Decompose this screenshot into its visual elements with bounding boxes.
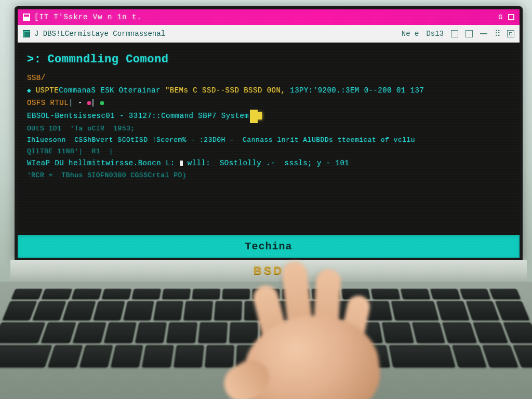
term-line-5: OUtS 1D1 'Ta oCIR 1953; <box>27 123 510 135</box>
term-line-1: SSB/ <box>27 72 510 85</box>
key <box>192 289 220 299</box>
laptop-photo: [IT T'Sskre Vw n 1n t. G J DBS!LCermista… <box>0 0 532 399</box>
key <box>42 289 72 299</box>
key <box>102 289 131 299</box>
key-backspace <box>391 301 439 321</box>
key <box>443 322 477 342</box>
key <box>183 301 212 321</box>
key <box>260 322 289 342</box>
key <box>328 345 358 367</box>
key <box>93 301 125 321</box>
key <box>111 345 143 367</box>
term-line-4: EBSOL-Bentsissesc01 - 33127::Command SBP… <box>27 110 510 123</box>
key <box>503 322 532 342</box>
toolbar-dots-icon[interactable]: ⠿ <box>495 29 500 39</box>
key <box>332 301 362 321</box>
keyboard-row-1 <box>2 301 529 321</box>
titlebar-glyph-a: G <box>498 14 503 21</box>
key <box>466 301 499 321</box>
maximize-icon[interactable] <box>507 30 514 37</box>
key <box>33 301 66 321</box>
keyboard <box>0 289 532 367</box>
key <box>104 322 137 342</box>
key <box>401 289 430 299</box>
window-toolbar: J DBS!LCermistaye Cormnassenal Ne e Ds13… <box>18 25 520 43</box>
terminal-cursor <box>258 112 262 119</box>
key <box>229 322 258 342</box>
screen-bezel: [IT T'Sskre Vw n 1n t. G J DBS!LCermista… <box>15 6 523 261</box>
key <box>142 345 174 367</box>
key <box>174 345 204 367</box>
key <box>291 322 320 342</box>
key <box>274 301 301 321</box>
keyboard-row-3 <box>0 345 532 367</box>
status-bar-label: Techina <box>245 241 292 252</box>
key <box>341 289 370 299</box>
laptop-hinge: BSD <box>10 260 527 282</box>
key <box>48 345 83 367</box>
terminal-screen: [IT T'Sskre Vw n 1n t. G J DBS!LCermista… <box>18 9 520 258</box>
terminal-body[interactable]: >: Commndling Comond SSB/ ◆ USPTECommana… <box>18 43 520 235</box>
key <box>460 289 490 299</box>
key <box>452 345 487 367</box>
key <box>430 289 460 299</box>
key <box>298 345 327 367</box>
minimize-icon[interactable] <box>480 33 487 34</box>
laptop-brand-logo: BSD <box>254 264 284 277</box>
key <box>222 289 250 299</box>
key <box>11 289 43 299</box>
key <box>135 322 167 342</box>
key <box>72 289 102 299</box>
status-bar: Techina <box>18 235 520 258</box>
titlebar-glyph-b <box>508 14 514 20</box>
status-dot-green-icon <box>100 101 104 105</box>
terminal-header: >: Commndling Comond <box>27 50 510 69</box>
prompt-chevron-icon: >: <box>27 50 41 69</box>
key <box>358 345 390 367</box>
window-title: [IT T'Sskre Vw n 1n t. <box>34 13 142 21</box>
key <box>153 301 183 321</box>
key-tab <box>0 322 46 342</box>
key <box>282 289 310 299</box>
status-dot-pink-icon <box>87 101 91 105</box>
key-caps <box>0 345 52 367</box>
keyboard-fn-row <box>11 289 521 299</box>
key <box>41 322 76 342</box>
key <box>79 345 113 367</box>
menu-item-b[interactable]: Ds13 <box>426 30 444 38</box>
key <box>2 301 37 321</box>
key-enter <box>389 345 455 367</box>
key <box>132 289 161 299</box>
term-line-2: ◆ USPTECommanaS ESK Oterainar "BEMs C SS… <box>27 85 510 97</box>
key <box>198 322 228 342</box>
key <box>236 345 264 367</box>
key <box>205 345 234 367</box>
toolbar-box-icon[interactable] <box>451 30 458 37</box>
key <box>371 289 400 299</box>
key <box>473 322 508 342</box>
key <box>436 301 469 321</box>
terminal-heading: Commndling Comond <box>47 50 168 69</box>
key <box>252 289 280 299</box>
window-titlebar: [IT T'Sskre Vw n 1n t. G <box>18 9 520 25</box>
keyboard-row-2 <box>0 322 532 342</box>
key <box>495 301 530 321</box>
toolbar-title: J DBS!LCermistaye Cormnassenal <box>34 30 165 38</box>
key <box>483 345 518 367</box>
term-line-9: 'RCR = TBhus SIOFN0300 CGSSCrtal PD) <box>27 170 510 181</box>
key <box>321 322 351 342</box>
key <box>412 322 445 342</box>
menu-item-a[interactable]: Ne e <box>402 30 419 38</box>
key <box>303 301 332 321</box>
term-line-3: OSFS RTUL| - | <box>27 97 510 110</box>
key <box>63 301 96 321</box>
key <box>362 301 393 321</box>
term-line-7: QIlTBE 11N8'| R1 | <box>27 146 510 157</box>
toolbar-box-icon-2[interactable] <box>466 30 473 37</box>
laptop-deck <box>0 282 532 399</box>
key <box>123 301 154 321</box>
key <box>312 289 340 299</box>
term-line-8: WIeaP DU hellmittwirsse.Boocn L: wlll: S… <box>27 157 510 170</box>
key <box>214 301 242 321</box>
key <box>352 322 383 342</box>
